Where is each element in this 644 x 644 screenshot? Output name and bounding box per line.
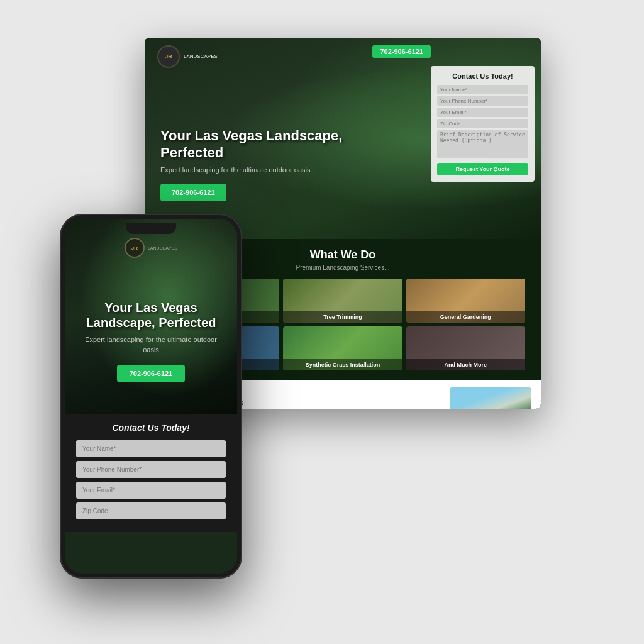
phone-screen: JR LANDSCAPES Your Las Vegas Landscape, … [65, 219, 237, 574]
phone-hero-content: Your Las Vegas Landscape, Perfected Expe… [77, 300, 225, 382]
request-quote-button[interactable]: Request Your Quote [437, 163, 528, 175]
service-card-grass[interactable]: Synthetic Grass Installation [283, 326, 402, 370]
desktop-hero-section: JR LANDSCAPES 702-906-6121 Contact Us To… [145, 38, 541, 239]
service-card-gardening[interactable]: General Gardening [406, 279, 525, 323]
logo-text: JR [165, 53, 172, 60]
phone-input[interactable] [437, 96, 528, 106]
phone-logo-subtext: LANDSCAPES [148, 246, 177, 250]
scene: JR LANDSCAPES 702-906-6121 Contact Us To… [0, 0, 644, 644]
phone-subtext: Expert landscaping for the ultimate outd… [77, 335, 225, 355]
about-images [450, 387, 531, 409]
service-label-tree: Tree Trimming [283, 311, 402, 323]
service-card-tree-trimming[interactable]: Tree Trimming [283, 279, 402, 323]
service-label-gardening: General Gardening [406, 311, 525, 323]
desktop-subtext: Expert landscaping for the ultimate outd… [160, 166, 342, 174]
zip-input[interactable] [437, 119, 528, 128]
email-input[interactable] [437, 108, 528, 117]
desktop-contact-form: Contact Us Today! Request Your Quote [431, 66, 535, 182]
service-label-more: And Much More [406, 359, 525, 370]
service-label-grass: Synthetic Grass Installation [283, 359, 402, 370]
service-card-more[interactable]: And Much More [406, 326, 525, 370]
phone-contact-title: Contact Us Today! [76, 423, 226, 433]
phone-headline: Your Las Vegas Landscape, Perfected [77, 300, 225, 330]
phone-email-input[interactable] [76, 482, 226, 499]
logo-icon: JR [157, 45, 180, 68]
phone-notch [126, 223, 176, 234]
desktop-headline: Your Las Vegas Landscape, Perfected [160, 128, 342, 161]
desktop-phone-badge[interactable]: 702-906-6121 [372, 45, 431, 58]
phone-zip-input[interactable] [76, 502, 226, 519]
contact-form-title: Contact Us Today! [437, 72, 528, 80]
name-input[interactable] [437, 85, 528, 94]
phone-name-input[interactable] [76, 440, 226, 457]
about-image-top [450, 387, 531, 409]
phone-mockup: JR LANDSCAPES Your Las Vegas Landscape, … [60, 214, 242, 579]
phone-cta-button[interactable]: 702-906-6121 [117, 365, 186, 382]
desktop-cta-button[interactable]: 702-906-6121 [160, 184, 226, 201]
phone-logo-icon: JR [125, 238, 145, 258]
description-input[interactable] [437, 130, 528, 158]
phone-logo: JR LANDSCAPES [125, 238, 177, 258]
phone-contact-form: Contact Us Today! [65, 414, 237, 532]
desktop-hero-content: Your Las Vegas Landscape, Perfected Expe… [160, 128, 342, 201]
logo-subtext: LANDSCAPES [184, 53, 218, 60]
desktop-logo: JR LANDSCAPES [157, 45, 218, 68]
phone-hero-section: JR LANDSCAPES Your Las Vegas Landscape, … [65, 219, 237, 414]
phone-phone-input[interactable] [76, 461, 226, 478]
